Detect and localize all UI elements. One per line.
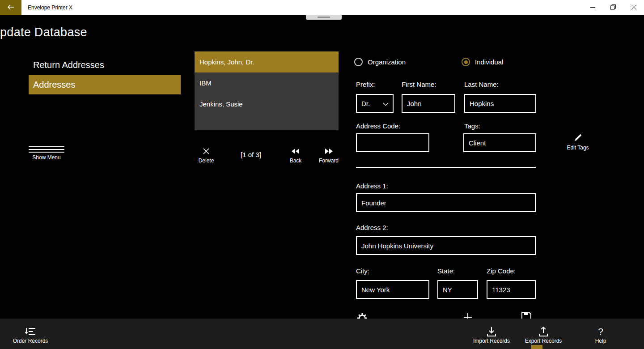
import-records-button[interactable]: Import Records bbox=[465, 327, 518, 344]
fast-forward-icon bbox=[314, 147, 343, 155]
forward-label: Forward bbox=[314, 157, 343, 164]
chevron-down-icon bbox=[383, 100, 389, 107]
close-icon bbox=[631, 4, 636, 11]
help-button[interactable]: ? Help bbox=[574, 327, 627, 344]
delete-record-button[interactable]: Delete bbox=[192, 147, 220, 164]
back-arrow-icon bbox=[7, 4, 14, 11]
export-records-label: Export Records bbox=[517, 338, 570, 344]
last-name-label: Last Name: bbox=[464, 81, 499, 88]
prefix-combobox[interactable]: Dr. bbox=[356, 94, 394, 113]
zip-code-field[interactable] bbox=[487, 280, 536, 299]
record-item[interactable]: IBM bbox=[195, 72, 339, 94]
last-name-field[interactable] bbox=[464, 94, 536, 113]
page-title: pdate Database bbox=[0, 26, 87, 39]
organization-label: Organization bbox=[368, 58, 406, 66]
nav-item-addresses[interactable]: Addresses bbox=[29, 75, 181, 94]
record-item[interactable]: Jenkins, Susie bbox=[195, 94, 339, 115]
state-label: State: bbox=[437, 267, 455, 275]
record-list: Hopkins, John, Dr. IBM Jenkins, Susie bbox=[195, 51, 339, 130]
back-label: Back bbox=[281, 157, 310, 164]
restore-icon bbox=[610, 4, 616, 11]
help-label: Help bbox=[574, 338, 627, 344]
city-field[interactable] bbox=[356, 280, 429, 299]
bottom-app-bar: Order Records Import Records Export Reco… bbox=[0, 319, 644, 349]
address1-label: Address 1: bbox=[356, 182, 388, 190]
record-item[interactable]: Hopkins, John, Dr. bbox=[195, 51, 339, 72]
edit-tags-label: Edit Tags bbox=[563, 145, 593, 151]
form-separator bbox=[356, 167, 536, 168]
export-icon bbox=[517, 327, 570, 336]
state-field[interactable] bbox=[437, 280, 478, 299]
city-label: City: bbox=[356, 267, 369, 275]
record-counter: [1 of 3] bbox=[233, 151, 269, 158]
import-records-label: Import Records bbox=[465, 338, 518, 344]
order-records-button[interactable]: Order Records bbox=[4, 327, 57, 344]
delete-x-icon bbox=[192, 147, 220, 155]
pencil-icon bbox=[563, 133, 593, 142]
zip-code-label: Zip Code: bbox=[487, 267, 516, 275]
tags-field[interactable] bbox=[463, 133, 536, 152]
address1-field[interactable] bbox=[356, 193, 536, 212]
app-title: Envelope Printer X bbox=[28, 4, 72, 11]
show-menu-button[interactable]: Show Menu bbox=[29, 146, 64, 161]
radio-circle-selected-icon bbox=[462, 58, 470, 66]
order-records-label: Order Records bbox=[4, 338, 57, 344]
individual-label: Individual bbox=[475, 58, 503, 66]
tags-label: Tags: bbox=[464, 122, 480, 130]
address-code-label: Address Code: bbox=[356, 122, 400, 130]
close-button[interactable] bbox=[623, 0, 644, 15]
show-menu-label: Show Menu bbox=[29, 154, 64, 161]
first-name-field[interactable] bbox=[402, 94, 455, 113]
drag-handle[interactable] bbox=[306, 15, 342, 20]
radio-individual[interactable]: Individual bbox=[462, 58, 503, 66]
radio-circle-icon bbox=[354, 58, 363, 66]
import-icon bbox=[465, 327, 518, 336]
window-controls bbox=[582, 0, 644, 15]
edit-tags-button[interactable]: Edit Tags bbox=[563, 133, 593, 151]
prefix-label: Prefix: bbox=[356, 81, 375, 88]
export-records-button[interactable]: Export Records bbox=[517, 327, 570, 344]
address-code-field[interactable] bbox=[356, 133, 429, 152]
radio-organization[interactable]: Organization bbox=[354, 58, 406, 66]
address2-field[interactable] bbox=[356, 236, 536, 255]
hamburger-icon bbox=[29, 146, 64, 153]
app-window: Envelope Printer X pdate Database bbox=[0, 0, 644, 349]
rewind-icon bbox=[281, 147, 310, 155]
minimize-button[interactable] bbox=[582, 0, 603, 15]
prefix-value: Dr. bbox=[361, 100, 370, 107]
address2-label: Address 2: bbox=[356, 224, 388, 231]
titlebar: Envelope Printer X bbox=[0, 0, 644, 15]
next-record-button[interactable]: Forward bbox=[314, 147, 343, 164]
nav-item-return-addresses[interactable]: Return Addresses bbox=[29, 55, 181, 75]
address-type-list: Return Addresses Addresses bbox=[29, 55, 181, 94]
export-accent-marker bbox=[531, 345, 542, 349]
reorder-list-icon bbox=[4, 327, 57, 336]
minimize-icon bbox=[590, 4, 595, 11]
delete-label: Delete bbox=[192, 157, 220, 164]
first-name-label: First Name: bbox=[402, 81, 436, 88]
question-mark-icon: ? bbox=[574, 327, 627, 336]
previous-record-button[interactable]: Back bbox=[281, 147, 310, 164]
back-button[interactable] bbox=[0, 0, 21, 15]
restore-button[interactable] bbox=[603, 0, 623, 15]
